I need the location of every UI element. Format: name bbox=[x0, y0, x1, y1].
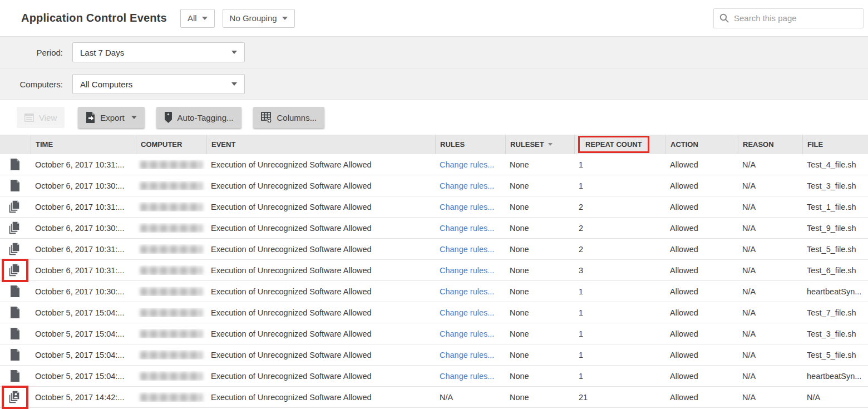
cell-rules: Change rules... bbox=[435, 181, 505, 190]
cell-file: Test_3_file.sh bbox=[802, 329, 868, 338]
cell-reason: N/A bbox=[738, 245, 802, 254]
cell-action: Allowed bbox=[665, 287, 738, 296]
cell-time: October 6, 2017 10:30:... bbox=[31, 181, 136, 190]
table-row[interactable]: October 6, 2017 10:31:... Execution of U… bbox=[0, 154, 868, 175]
table-row[interactable]: October 6, 2017 10:30:... Execution of U… bbox=[0, 281, 868, 302]
scope-dropdown[interactable]: All bbox=[180, 9, 215, 28]
sort-caret-icon bbox=[548, 143, 553, 146]
cell-ruleset: None bbox=[505, 393, 574, 402]
table-row[interactable]: October 5, 2017 15:04:... Execution of U… bbox=[0, 366, 868, 387]
table-row[interactable]: October 6, 2017 10:30:... Execution of U… bbox=[0, 175, 868, 196]
document-icon bbox=[2, 174, 28, 198]
redacted-computer-name bbox=[140, 161, 203, 169]
header-action[interactable]: ACTION bbox=[665, 135, 738, 154]
export-button[interactable]: Export bbox=[78, 107, 144, 128]
table-row[interactable]: October 5, 2017 15:04:... Execution of U… bbox=[0, 302, 868, 323]
cell-icon bbox=[0, 386, 31, 409]
change-rules-link[interactable]: Change rules... bbox=[440, 181, 494, 190]
change-rules-link[interactable]: Change rules... bbox=[440, 224, 494, 233]
cell-icon bbox=[0, 301, 31, 324]
change-rules-link[interactable]: Change rules... bbox=[440, 308, 494, 317]
cell-file: Test_3_file.sh bbox=[802, 181, 868, 190]
cell-computer bbox=[136, 244, 206, 254]
columns-button[interactable]: Columns... bbox=[253, 107, 325, 128]
page-title: Application Control Events bbox=[21, 12, 167, 24]
header-file[interactable]: FILE bbox=[802, 135, 868, 154]
chevron-down-icon bbox=[131, 116, 137, 119]
table-row[interactable]: October 5, 2017 15:04:... Execution of U… bbox=[0, 323, 868, 344]
header-repeat-count[interactable]: REPEAT COUNT bbox=[574, 135, 665, 154]
cell-time: October 5, 2017 15:04:... bbox=[31, 329, 136, 338]
view-icon bbox=[24, 114, 34, 122]
cell-rules: Change rules... bbox=[435, 245, 505, 254]
header-time[interactable]: TIME bbox=[31, 135, 136, 154]
view-button[interactable]: View bbox=[17, 107, 65, 128]
table-row[interactable]: October 6, 2017 10:31:... Execution of U… bbox=[0, 196, 868, 218]
search-box[interactable] bbox=[713, 8, 864, 28]
cell-file: heartbeatSyn... bbox=[802, 372, 868, 381]
cell-file: Test_5_file.sh bbox=[802, 245, 868, 254]
cell-computer bbox=[136, 181, 206, 190]
grouping-dropdown[interactable]: No Grouping bbox=[223, 9, 295, 28]
cell-reason: N/A bbox=[738, 224, 802, 233]
change-rules-link[interactable]: Change rules... bbox=[440, 287, 494, 296]
search-icon bbox=[719, 13, 729, 23]
cell-reason: N/A bbox=[738, 329, 802, 338]
table-row[interactable]: October 5, 2017 14:42:... Execution of U… bbox=[0, 387, 868, 408]
cell-file: N/A bbox=[802, 393, 868, 402]
redacted-computer-name bbox=[140, 351, 203, 359]
redacted-computer-name bbox=[140, 203, 203, 211]
cell-repeat-count: 2 bbox=[574, 245, 665, 254]
change-rules-link[interactable]: Change rules... bbox=[440, 266, 494, 275]
cell-reason: N/A bbox=[738, 203, 802, 211]
period-label: Period: bbox=[0, 48, 68, 57]
table-row[interactable]: October 6, 2017 10:30:... Execution of U… bbox=[0, 218, 868, 239]
cell-ruleset: None bbox=[505, 266, 574, 275]
cell-computer bbox=[136, 308, 206, 317]
change-rules-link[interactable]: Change rules... bbox=[440, 329, 494, 338]
header-rules[interactable]: RULES bbox=[435, 135, 505, 154]
cell-icon bbox=[0, 153, 31, 176]
table-row[interactable]: October 5, 2017 15:04:... Execution of U… bbox=[0, 344, 868, 366]
cell-icon bbox=[0, 238, 31, 261]
header-event[interactable]: EVENT bbox=[206, 135, 435, 154]
cell-ruleset: None bbox=[505, 372, 574, 381]
change-rules-link[interactable]: Change rules... bbox=[440, 160, 494, 169]
cell-action: Allowed bbox=[665, 203, 738, 211]
change-rules-link[interactable]: Change rules... bbox=[440, 372, 494, 381]
cell-event: Execution of Unrecognized Software Allow… bbox=[206, 393, 435, 402]
document-icon bbox=[2, 364, 28, 388]
cell-repeat-count: 2 bbox=[574, 203, 665, 211]
cell-file: Test_9_file.sh bbox=[802, 224, 868, 233]
computers-select[interactable]: All Computers bbox=[72, 74, 245, 94]
header-computer[interactable]: COMPUTER bbox=[136, 135, 206, 154]
cell-time: October 6, 2017 10:30:... bbox=[31, 224, 136, 233]
redacted-computer-name bbox=[140, 245, 203, 254]
cell-time: October 6, 2017 10:30:... bbox=[31, 287, 136, 296]
repeat-count-annotation-box: REPEAT COUNT bbox=[578, 136, 649, 153]
chevron-down-icon bbox=[202, 17, 208, 20]
change-rules-link[interactable]: Change rules... bbox=[440, 351, 494, 359]
table-row[interactable]: October 6, 2017 10:31:... Execution of U… bbox=[0, 260, 868, 281]
cell-repeat-count: 2 bbox=[574, 224, 665, 233]
cell-icon bbox=[0, 280, 31, 303]
document-icon bbox=[2, 343, 28, 367]
header-ruleset[interactable]: RULESET bbox=[505, 135, 574, 154]
auto-tagging-button[interactable]: Auto-Tagging... bbox=[156, 107, 241, 128]
cell-file: Test_4_file.sh bbox=[802, 160, 868, 169]
cell-computer bbox=[136, 160, 206, 169]
event-table-body: October 6, 2017 10:31:... Execution of U… bbox=[0, 154, 868, 408]
header-icon-column bbox=[0, 135, 31, 154]
cell-computer bbox=[136, 202, 206, 211]
change-rules-link[interactable]: Change rules... bbox=[440, 203, 494, 211]
cell-rules: Change rules... bbox=[435, 351, 505, 359]
cell-rules: N/A bbox=[435, 393, 505, 402]
stacked-documents-icon bbox=[2, 195, 28, 219]
table-row[interactable]: October 6, 2017 10:31:... Execution of U… bbox=[0, 239, 868, 260]
period-select[interactable]: Last 7 Days bbox=[72, 42, 245, 62]
cell-rules: Change rules... bbox=[435, 287, 505, 296]
change-rules-link[interactable]: Change rules... bbox=[440, 245, 494, 254]
header-reason[interactable]: REASON bbox=[738, 135, 802, 154]
search-input[interactable] bbox=[734, 13, 857, 23]
cell-repeat-count: 1 bbox=[574, 181, 665, 190]
